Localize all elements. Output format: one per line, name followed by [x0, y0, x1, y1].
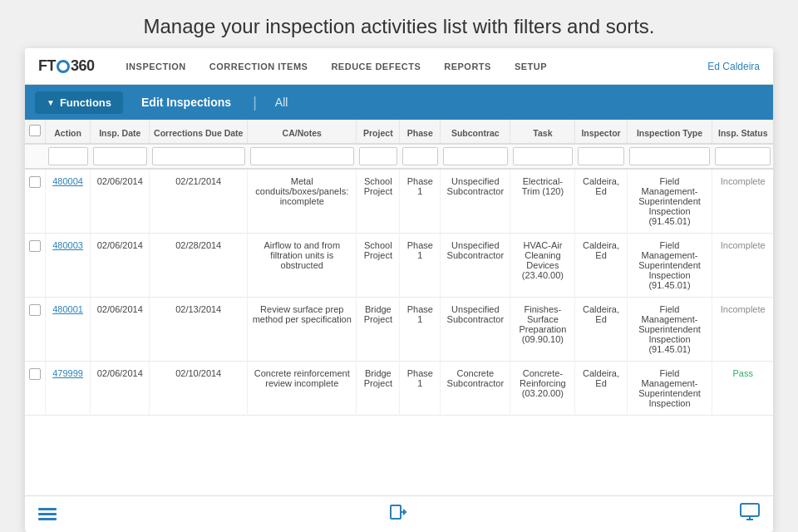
row-subcontrac-3: Concrete Subcontractor [441, 362, 510, 416]
table-wrapper: Action Insp. Date Corrections Due Date C… [25, 120, 773, 495]
th-task[interactable]: Task [510, 120, 575, 144]
select-all-checkbox[interactable] [29, 125, 41, 136]
row-insp-date-3: 02/06/2014 [91, 362, 150, 416]
row-id-3[interactable]: 479999 [46, 362, 91, 416]
table-body: 480004 02/06/2014 02/21/2014 Metal condu… [25, 169, 773, 416]
logo-circle [57, 60, 70, 73]
row-project-0: School Project [357, 169, 400, 234]
filter-inspector[interactable] [578, 147, 624, 165]
row-notes-0: Metal conduits/boxes/panels: incomplete [248, 169, 357, 234]
th-insp-date[interactable]: Insp. Date [91, 120, 150, 144]
th-project[interactable]: Project [357, 120, 400, 144]
filter-row [25, 144, 773, 169]
nav-inspection[interactable]: INSPECTION [115, 48, 198, 85]
menu-line-3 [38, 518, 57, 520]
row-checkbox-2[interactable] [29, 304, 41, 316]
table-row: 480003 02/06/2014 02/28/2014 Airflow to … [25, 234, 773, 298]
row-insp-type-3: Field Management-Superintendent Inspecti… [627, 362, 712, 416]
row-task-0: Electrical-Trim (120) [510, 169, 575, 234]
page-headline: Manage your inspection activities list w… [0, 0, 798, 48]
filter-insp-status[interactable] [715, 147, 771, 165]
nav-reports[interactable]: REPORTS [432, 48, 503, 85]
logo-text-2: 360 [71, 57, 95, 75]
th-inspector[interactable]: Inspector [575, 120, 627, 144]
row-id-0[interactable]: 480004 [46, 169, 91, 234]
row-status-1: Incomplete [712, 234, 773, 298]
filter-phase[interactable] [402, 147, 438, 165]
filter-action[interactable] [48, 147, 88, 165]
row-phase-3: Phase 1 [400, 362, 441, 416]
menu-line-2 [38, 513, 57, 515]
row-notes-2: Review surface prep method per specifica… [248, 298, 357, 362]
th-corrections-due[interactable]: Corrections Due Date [150, 120, 248, 144]
th-phase[interactable]: Phase [400, 120, 441, 144]
row-checkbox-0[interactable] [29, 176, 41, 188]
filter-subcontrac[interactable] [443, 147, 508, 165]
row-checkbox-3[interactable] [29, 368, 41, 380]
filter-corrections-due[interactable] [152, 147, 245, 165]
filter-ca-notes[interactable] [250, 147, 354, 165]
row-insp-type-0: Field Management-Superintendent Inspecti… [627, 169, 712, 234]
row-status-3: Pass [712, 362, 773, 416]
row-insp-type-1: Field Management-Superintendent Inspecti… [627, 234, 712, 298]
row-insp-date-2: 02/06/2014 [91, 298, 150, 362]
th-ca-notes[interactable]: CA/Notes [248, 120, 357, 144]
menu-icon[interactable] [38, 508, 57, 520]
row-task-1: HVAC-Air Cleaning Devices (23.40.00) [510, 234, 575, 298]
logo-text: FT [38, 57, 56, 75]
th-subcontrac[interactable]: Subcontrac [441, 120, 510, 144]
row-phase-0: Phase 1 [400, 169, 441, 234]
functions-button[interactable]: ▼ Functions [35, 91, 123, 114]
row-id-2[interactable]: 480001 [46, 298, 91, 362]
nav-setup[interactable]: SETUP [503, 48, 559, 85]
th-insp-status[interactable]: Insp. Status [712, 120, 773, 144]
row-phase-1: Phase 1 [400, 234, 441, 298]
row-project-1: School Project [357, 234, 400, 298]
row-inspector-0: Caldeira, Ed [575, 169, 627, 234]
row-status-2: Incomplete [712, 298, 773, 362]
table-row: 480001 02/06/2014 02/13/2014 Review surf… [25, 298, 773, 362]
row-task-3: Concrete-Reinforcing (03.20.00) [510, 362, 575, 416]
monitor-icon[interactable] [740, 503, 760, 526]
row-corrections-due-0: 02/21/2014 [150, 169, 248, 234]
nav-reduce-defects[interactable]: REDUCE DEFECTS [319, 48, 432, 85]
row-project-3: Bridge Project [357, 362, 400, 416]
filter-insp-date[interactable] [93, 147, 147, 165]
row-task-2: Finishes-Surface Preparation (09.90.10) [510, 298, 575, 362]
row-insp-type-2: Field Management-Superintendent Inspecti… [627, 298, 712, 362]
row-insp-date-1: 02/06/2014 [91, 234, 150, 298]
table-header-row: Action Insp. Date Corrections Due Date C… [25, 120, 773, 144]
filter-project[interactable] [359, 147, 397, 165]
toolbar: ▼ Functions Edit Inspections | All [25, 85, 773, 120]
row-inspector-3: Caldeira, Ed [575, 362, 627, 416]
row-notes-1: Airflow to and from filtration units is … [248, 234, 357, 298]
top-nav: FT 360 INSPECTION CORRECTION ITEMS REDUC… [25, 48, 773, 85]
nav-correction-items[interactable]: CORRECTION ITEMS [198, 48, 320, 85]
svg-rect-0 [391, 505, 401, 519]
filter-insp-type[interactable] [629, 147, 710, 165]
th-action[interactable]: Action [46, 120, 91, 144]
login-icon[interactable] [389, 503, 407, 526]
toolbar-separator: | [253, 94, 257, 111]
table-row: 480004 02/06/2014 02/21/2014 Metal condu… [25, 169, 773, 234]
row-inspector-2: Caldeira, Ed [575, 298, 627, 362]
th-insp-type[interactable]: Inspection Type [627, 120, 712, 144]
filter-task[interactable] [513, 147, 573, 165]
chevron-down-icon: ▼ [47, 98, 55, 107]
row-subcontrac-0: Unspecified Subcontractor [441, 169, 510, 234]
row-corrections-due-2: 02/13/2014 [150, 298, 248, 362]
row-subcontrac-2: Unspecified Subcontractor [441, 298, 510, 362]
all-button[interactable]: All [267, 91, 297, 114]
svg-rect-2 [741, 504, 759, 516]
edit-inspections-button[interactable]: Edit Inspections [130, 91, 243, 114]
row-corrections-due-3: 02/10/2014 [150, 362, 248, 416]
functions-label: Functions [60, 96, 111, 109]
nav-user[interactable]: Ed Caldeira [707, 61, 760, 72]
nav-links: INSPECTION CORRECTION ITEMS REDUCE DEFEC… [115, 48, 708, 85]
row-checkbox-1[interactable] [29, 240, 41, 252]
row-corrections-due-1: 02/28/2014 [150, 234, 248, 298]
row-insp-date-0: 02/06/2014 [91, 169, 150, 234]
menu-line-1 [38, 508, 57, 510]
row-subcontrac-1: Unspecified Subcontractor [441, 234, 510, 298]
row-id-1[interactable]: 480003 [46, 234, 91, 298]
